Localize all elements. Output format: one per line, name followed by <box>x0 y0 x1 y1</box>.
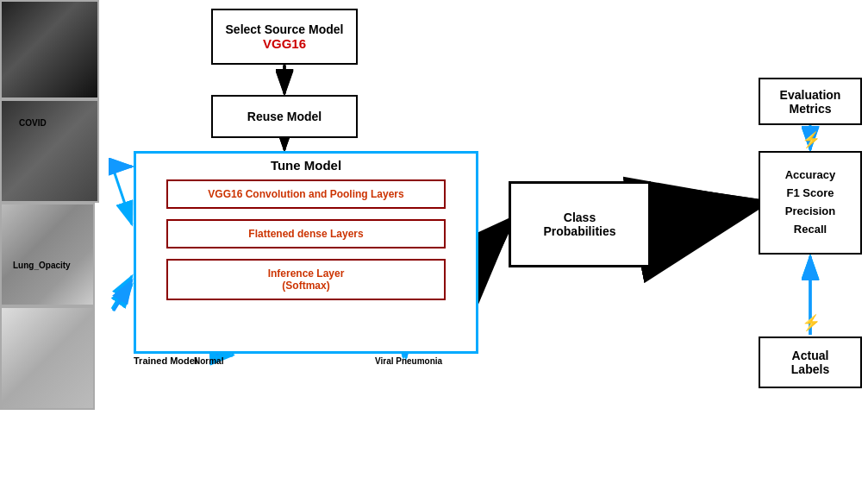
eval-metrics-title: EvaluationMetrics <box>780 88 841 116</box>
svg-line-32 <box>652 204 757 226</box>
covid-label: COVID <box>19 118 47 128</box>
svg-line-50 <box>480 226 505 252</box>
lightning-icon-2: ⚡ <box>797 311 823 332</box>
viral-label: Viral Pneumonia <box>375 356 442 366</box>
select-source-box: Select Source Model VGG16 <box>211 9 358 65</box>
tune-model-title: Tune Model <box>271 158 341 173</box>
accuracy-box: Accuracy F1 Score Precision Recall <box>759 151 862 255</box>
lung-label: Lung_Opacity <box>13 261 71 270</box>
diagram: Select Source Model VGG16 Reuse Model Tu… <box>0 0 868 478</box>
svg-line-10 <box>479 224 507 252</box>
inner-vgg16-label: VGG16 Convolution and Pooling Layers <box>172 188 439 200</box>
inner-inference-label: Inference Layer (Softmax) <box>172 267 439 292</box>
f1-label: F1 Score <box>785 185 836 203</box>
svg-text:⚡: ⚡ <box>802 130 821 149</box>
svg-line-47 <box>114 280 132 311</box>
vgg16-label: VGG16 <box>226 36 344 51</box>
reuse-model-box: Reuse Model <box>211 95 358 138</box>
svg-line-28 <box>113 285 132 311</box>
inner-inference-box: Inference Layer (Softmax) <box>166 259 445 300</box>
lightning-icon: ⚡ <box>797 128 823 149</box>
lung-xray-image <box>0 99 99 203</box>
class-prob-title: ClassProbabilities <box>543 211 615 238</box>
precision-label: Precision <box>785 203 836 221</box>
actual-labels-box: ActualLabels <box>759 336 862 388</box>
accuracy-content: Accuracy F1 Score Precision Recall <box>785 167 836 238</box>
trained-model-label: Trained Model <box>134 355 197 366</box>
viral-xray-image <box>0 306 95 410</box>
svg-line-31 <box>480 226 507 252</box>
svg-line-7 <box>112 276 132 309</box>
select-source-title: Select Source Model <box>226 22 344 36</box>
inner-vgg16-box: VGG16 Convolution and Pooling Layers <box>166 179 445 209</box>
recall-label: Recall <box>785 221 836 239</box>
eval-metrics-box: EvaluationMetrics <box>759 78 862 125</box>
normal-xray-image <box>0 203 95 306</box>
svg-text:⚡: ⚡ <box>802 313 821 332</box>
inner-flatten-label: Flattened dense Layers <box>172 228 439 240</box>
reuse-model-title: Reuse Model <box>247 110 322 123</box>
inner-flatten-box: Flattened dense Layers <box>166 219 445 248</box>
svg-line-51 <box>653 205 755 226</box>
tune-model-box: Tune Model VGG16 Convolution and Pooling… <box>134 151 478 354</box>
accuracy-label: Accuracy <box>785 167 836 185</box>
class-prob-box: ClassProbabilities <box>509 181 651 267</box>
actual-labels-title: ActualLabels <box>791 349 829 376</box>
svg-line-6 <box>112 166 132 224</box>
covid-xray-image <box>0 0 99 99</box>
normal-label: Normal <box>194 356 223 366</box>
svg-line-11 <box>651 203 757 224</box>
